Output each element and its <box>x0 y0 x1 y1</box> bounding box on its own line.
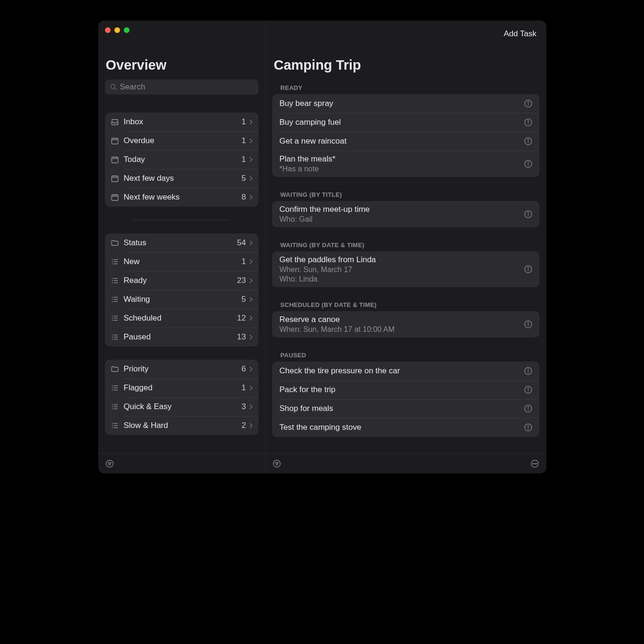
sidebar-item-overdue[interactable]: Overdue1 <box>105 131 258 150</box>
task-row[interactable]: Buy bear spray <box>272 94 539 113</box>
sidebar-item-label: Slow & Hard <box>124 421 242 430</box>
sidebar-item-count: 13 <box>237 332 246 342</box>
info-icon[interactable] <box>523 118 533 127</box>
info-icon[interactable] <box>523 404 533 413</box>
svg-rect-14 <box>112 195 118 201</box>
window-controls <box>105 27 129 33</box>
page-title: Camping Trip <box>274 57 539 73</box>
sidebar-item-paused[interactable]: Paused13 <box>105 328 258 346</box>
content-columns: Overview Inbox1Overdue1Today1Next few da… <box>98 21 546 453</box>
search-field[interactable] <box>105 80 258 95</box>
sidebar-item-label: Today <box>124 155 242 164</box>
search-input[interactable] <box>120 82 254 92</box>
sidebar-item-next-few-weeks[interactable]: Next few weeks8 <box>105 188 258 207</box>
info-icon[interactable] <box>523 423 533 432</box>
task-group: Buy bear sprayBuy camping fuelGet a new … <box>272 94 539 177</box>
sidebar-item-label: Ready <box>124 276 237 285</box>
task-row[interactable]: Check the tire pressure on the car <box>272 362 539 380</box>
chevron-right-icon <box>249 156 253 163</box>
task-group: Get the paddles from LindaWhen: Sun, Mar… <box>272 251 539 287</box>
sidebar-item-label: Inbox <box>124 117 242 127</box>
minimize-window-button[interactable] <box>114 27 120 33</box>
task-body: Confirm the meet-up timeWho: Gail <box>280 205 523 224</box>
sidebar-item-count: 1 <box>242 155 246 164</box>
sidebar-title: Overview <box>106 57 258 73</box>
close-window-button[interactable] <box>105 27 111 33</box>
sidebar-item-count: 23 <box>237 276 246 285</box>
svg-point-65 <box>112 427 113 428</box>
list-icon <box>110 258 120 266</box>
sidebar-item-priority[interactable]: Priority6 <box>105 360 258 378</box>
task-row[interactable]: Plan the meals**Has a note <box>272 151 539 177</box>
task-row[interactable]: Get the paddles from LindaWhen: Sun, Mar… <box>272 251 539 287</box>
task-title: Test the camping stove <box>280 423 523 432</box>
task-body: Plan the meals**Has a note <box>280 154 523 173</box>
task-row[interactable]: Get a new raincoat <box>272 132 539 151</box>
sidebar-item-count: 12 <box>237 314 246 323</box>
sidebar-item-label: Next few days <box>124 174 242 183</box>
info-icon[interactable] <box>523 99 533 108</box>
info-icon[interactable] <box>523 137 533 146</box>
svg-point-108 <box>532 463 533 464</box>
task-body: Shop for meals <box>280 404 523 413</box>
filter-icon[interactable] <box>105 459 114 468</box>
sidebar-item-quick-easy[interactable]: Quick & Easy3 <box>105 397 258 416</box>
sidebar-item-inbox[interactable]: Inbox1 <box>105 113 258 131</box>
list-icon <box>110 295 120 304</box>
task-row[interactable]: Shop for meals <box>272 399 539 418</box>
section-header: WAITING (BY DATE & TIME) <box>281 242 539 249</box>
svg-point-33 <box>112 297 113 298</box>
svg-point-53 <box>112 390 113 390</box>
sidebar-item-label: Flagged <box>124 383 242 393</box>
sidebar-item-scheduled[interactable]: Scheduled12 <box>105 309 258 328</box>
sidebar-item-label: Paused <box>124 332 237 342</box>
task-subtitle: *Has a note <box>280 165 523 173</box>
task-row[interactable]: Buy camping fuel <box>272 113 539 132</box>
svg-point-98 <box>528 426 528 426</box>
chevron-right-icon <box>249 277 253 284</box>
task-list-scroll[interactable]: READYBuy bear sprayBuy camping fuelGet a… <box>272 84 539 453</box>
list-icon <box>110 402 120 411</box>
task-body: Check the tire pressure on the car <box>280 366 523 376</box>
sidebar-item-slow-hard[interactable]: Slow & Hard2 <box>105 416 258 435</box>
svg-point-45 <box>112 335 113 335</box>
svg-point-68 <box>528 102 528 102</box>
svg-point-34 <box>112 299 113 300</box>
sidebar-group-schedule: Inbox1Overdue1Today1Next few days5Next f… <box>105 113 258 207</box>
svg-point-51 <box>112 386 113 386</box>
task-row[interactable]: Test the camping stove <box>272 418 539 437</box>
sidebar-item-next-few-days[interactable]: Next few days5 <box>105 169 258 188</box>
task-title: Get the paddles from Linda <box>280 255 523 265</box>
svg-point-47 <box>112 339 113 339</box>
chevron-right-icon <box>249 403 253 410</box>
info-icon[interactable] <box>523 265 533 274</box>
folder-icon <box>110 365 120 373</box>
sidebar-item-flagged[interactable]: Flagged1 <box>105 378 258 397</box>
task-title: Plan the meals* <box>280 154 523 164</box>
task-row[interactable]: Confirm the meet-up timeWho: Gail <box>272 201 539 227</box>
filter-icon[interactable] <box>272 459 282 468</box>
sidebar-item-ready[interactable]: Ready23 <box>105 271 258 290</box>
search-icon <box>110 83 117 91</box>
info-icon[interactable] <box>523 366 533 376</box>
sidebar-item-status[interactable]: Status54 <box>105 233 258 252</box>
info-icon[interactable] <box>523 320 533 329</box>
task-row[interactable]: Reserve a canoeWhen: Sun, March 17 at 10… <box>272 311 539 338</box>
sidebar-item-today[interactable]: Today1 <box>105 150 258 169</box>
folder-icon <box>110 239 120 247</box>
sidebar-item-waiting[interactable]: Waiting5 <box>105 290 258 309</box>
more-icon[interactable] <box>530 459 539 468</box>
sidebar-item-new[interactable]: New1 <box>105 252 258 271</box>
maximize-window-button[interactable] <box>124 27 129 33</box>
info-icon[interactable] <box>523 159 533 169</box>
sidebar-item-count: 54 <box>237 238 246 248</box>
info-icon[interactable] <box>523 209 533 219</box>
add-task-button[interactable]: Add Task <box>504 29 537 39</box>
info-icon[interactable] <box>523 385 533 394</box>
task-row[interactable]: Pack for the trip <box>272 380 539 399</box>
section-header: READY <box>281 84 539 91</box>
calendar-icon <box>110 137 120 145</box>
sidebar-item-count: 1 <box>242 136 246 145</box>
svg-point-59 <box>112 409 113 409</box>
sidebar-item-label: New <box>124 257 242 266</box>
